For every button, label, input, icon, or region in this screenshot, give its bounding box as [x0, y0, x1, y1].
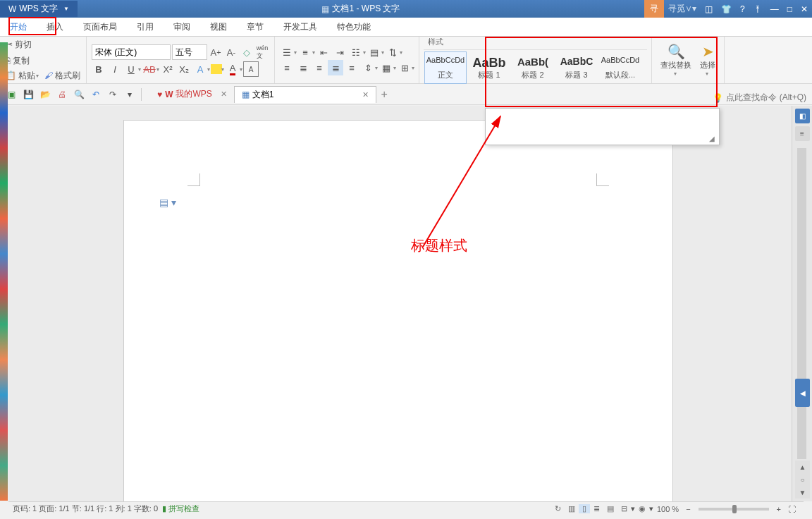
save-button[interactable]: 💾: [20, 87, 36, 102]
font-family-combo[interactable]: [92, 44, 171, 60]
zoom-out-button[interactable]: −: [682, 505, 694, 513]
zoom-label[interactable]: 100 %: [653, 505, 682, 513]
style-default-para[interactable]: AaBbCcDd默认段...: [599, 51, 641, 84]
subscript-button[interactable]: X₂: [176, 61, 192, 77]
tab-references[interactable]: 引用: [127, 18, 164, 37]
status-chars[interactable]: 字数: 0: [134, 503, 158, 514]
document-tab-1[interactable]: ▦ 文档1 ✕: [234, 86, 377, 103]
font-color-button[interactable]: A: [225, 61, 240, 77]
find-replace-button[interactable]: 🔍 查找替换▾: [656, 38, 696, 82]
superscript-button[interactable]: X²: [160, 61, 176, 77]
align-right-button[interactable]: ≡: [312, 60, 327, 75]
open-button[interactable]: 📂: [37, 87, 53, 102]
command-search-hint[interactable]: 💡 点此查找命令 (Alt+Q): [713, 92, 806, 104]
close-button[interactable]: ✕: [796, 4, 812, 14]
skin-icon[interactable]: ◫: [701, 4, 717, 14]
align-center-button[interactable]: ≣: [295, 60, 311, 75]
eye-button[interactable]: ◉: [635, 504, 649, 513]
clear-format-button[interactable]: ◇: [239, 44, 254, 60]
linespacing-button[interactable]: ▤: [367, 44, 382, 60]
para-spacing-button[interactable]: ⇕: [360, 60, 376, 75]
app-menu-button[interactable]: W WPS 文字 ▼: [0, 1, 78, 17]
resize-grip-icon[interactable]: ◢: [709, 135, 718, 143]
char-effect-button[interactable]: A: [192, 61, 208, 77]
style-heading1[interactable]: AaBb标题 1: [468, 51, 510, 84]
tab-developer[interactable]: 开发工具: [273, 18, 327, 37]
rail-button-3[interactable]: ◀: [795, 379, 810, 407]
align-left-button[interactable]: ≡: [279, 60, 295, 75]
font-size-combo[interactable]: [172, 44, 207, 60]
rail-button-2[interactable]: ≡: [795, 126, 810, 141]
shrink-font-button[interactable]: A-: [223, 44, 239, 60]
upload-icon[interactable]: ⭱: [749, 4, 766, 14]
scroll-up-button[interactable]: ▲: [795, 460, 810, 473]
italic-button[interactable]: I: [107, 61, 123, 77]
status-spell[interactable]: ▮ 拼写检查: [162, 503, 199, 514]
maximize-button[interactable]: □: [783, 4, 796, 14]
split-button[interactable]: ⊟: [617, 504, 631, 513]
print-preview-button[interactable]: 🔍: [71, 87, 87, 102]
page[interactable]: ▤▾: [123, 120, 673, 501]
zoom-slider[interactable]: [699, 508, 769, 511]
view-web-button[interactable]: ▤: [603, 504, 617, 513]
tab-home[interactable]: 开始: [0, 18, 37, 37]
underline-button[interactable]: U: [123, 61, 139, 77]
vertical-scrollbar[interactable]: [797, 148, 806, 459]
print-button[interactable]: 🖨: [54, 87, 70, 102]
redo-button[interactable]: ↷: [105, 87, 121, 102]
indent-right-button[interactable]: ⇥: [332, 44, 347, 60]
bullet-list-button[interactable]: ☰: [279, 44, 295, 60]
format-painter-button[interactable]: 🖌格式刷: [43, 68, 82, 83]
align-distribute-button[interactable]: ≡: [344, 60, 359, 75]
style-body[interactable]: AaBbCcDd正文: [424, 51, 467, 84]
copy-button[interactable]: ⎘复制: [4, 54, 33, 68]
strike-button[interactable]: AB: [142, 61, 157, 77]
help-icon[interactable]: ?: [736, 4, 749, 14]
close-tab-icon[interactable]: ✕: [362, 90, 369, 99]
page-nav-button[interactable]: ○: [795, 473, 810, 486]
sort-button[interactable]: ⇅: [385, 44, 400, 60]
history-icon[interactable]: ↻: [551, 504, 565, 513]
select-button[interactable]: ➤ 选择▾: [696, 38, 720, 82]
paste-button[interactable]: 📋粘贴▾: [4, 68, 40, 83]
tab-review[interactable]: 审阅: [164, 18, 200, 37]
scroll-down-button[interactable]: ▼: [795, 486, 810, 499]
undo-button[interactable]: ↶: [88, 87, 104, 102]
tab-section[interactable]: 章节: [237, 18, 273, 37]
seek-label[interactable]: 寻觅∨▾: [664, 3, 701, 15]
view-print-button[interactable]: ▥: [565, 504, 579, 513]
char-border-button[interactable]: A: [243, 61, 259, 77]
scroll-thumb[interactable]: [797, 148, 806, 459]
cut-button[interactable]: ✂剪切: [4, 37, 33, 52]
seek-button[interactable]: 寻: [644, 0, 664, 18]
status-page[interactable]: 页面: 1/1: [39, 503, 69, 514]
close-tab-icon[interactable]: ✕: [221, 90, 227, 99]
highlight-button[interactable]: [211, 64, 222, 74]
align-justify-button[interactable]: ≣: [328, 60, 343, 75]
tshirt-icon[interactable]: 👕: [717, 4, 736, 14]
number-list-button[interactable]: ≡: [297, 44, 313, 60]
qat-more-button[interactable]: ▾: [122, 87, 137, 102]
rail-button-1[interactable]: ◧: [795, 109, 810, 123]
tab-special[interactable]: 特色功能: [327, 18, 381, 37]
view-outline-button[interactable]: ≣: [590, 504, 603, 513]
styles-dropdown-panel[interactable]: ◢: [485, 108, 720, 145]
view-read-button[interactable]: ▯: [579, 504, 590, 513]
grow-font-button[interactable]: A+: [208, 44, 223, 60]
style-heading3[interactable]: AaBbC标题 3: [555, 51, 598, 84]
phonetic-guide-button[interactable]: wén文: [254, 44, 270, 60]
zoom-in-button[interactable]: +: [773, 505, 785, 513]
status-line[interactable]: 行: 1: [97, 503, 113, 514]
style-heading2[interactable]: AaBb(标题 2: [512, 51, 554, 84]
fullscreen-button[interactable]: ⛶: [785, 505, 799, 513]
tab-view[interactable]: 视图: [200, 18, 237, 37]
bold-button[interactable]: B: [91, 61, 106, 77]
status-col[interactable]: 列: 1: [116, 503, 132, 514]
home-tab[interactable]: ♥ W 我的WPS ✕: [150, 86, 234, 102]
minimize-button[interactable]: ―: [766, 4, 783, 14]
add-document-button[interactable]: +: [381, 88, 387, 101]
status-page-no[interactable]: 页码: 1: [13, 503, 37, 514]
tab-insert[interactable]: 插入: [37, 18, 73, 37]
zoom-thumb[interactable]: [732, 505, 737, 513]
shading-button[interactable]: ▦: [379, 60, 394, 75]
